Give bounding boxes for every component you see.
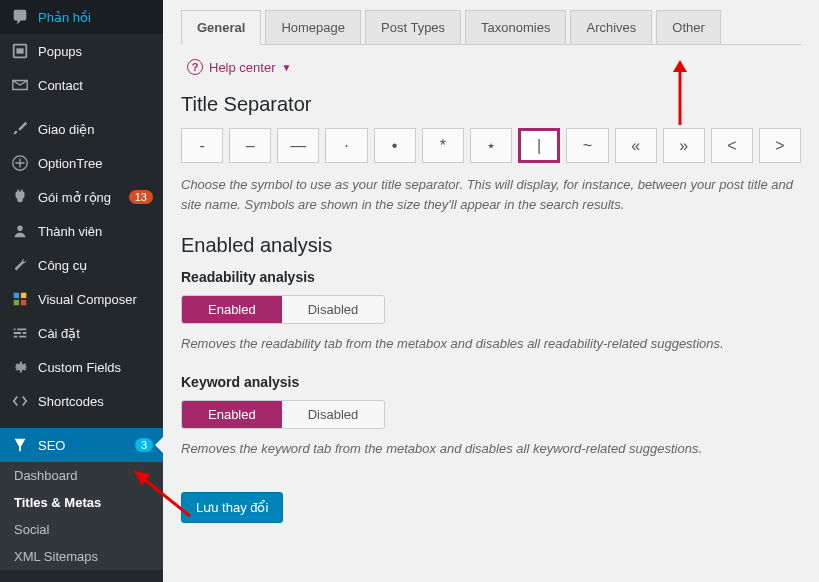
brush-icon <box>10 119 30 139</box>
readability-toggle: Enabled Disabled <box>181 295 385 324</box>
keyword-toggle: Enabled Disabled <box>181 400 385 429</box>
title-separator-heading: Title Separator <box>181 93 801 116</box>
keyword-desc: Removes the keyword tab from the metabox… <box>181 439 801 459</box>
main-content: General Homepage Post Types Taxonomies A… <box>163 0 819 582</box>
sep-dash[interactable]: - <box>181 128 223 163</box>
keyword-label: Keyword analysis <box>181 374 801 390</box>
sidebar-item-popups[interactable]: Popups <box>0 34 163 68</box>
popup-icon <box>10 41 30 61</box>
sidebar-item-custom-fields[interactable]: Custom Fields <box>0 350 163 384</box>
readability-disabled-button[interactable]: Disabled <box>282 296 385 323</box>
submenu-xml-sitemaps[interactable]: XML Sitemaps <box>0 543 163 570</box>
sidebar-item-seo[interactable]: SEO 3 <box>0 428 163 462</box>
sidebar-item-label: Visual Composer <box>38 292 153 307</box>
sidebar-item-label: Contact <box>38 78 153 93</box>
sidebar-item-contact[interactable]: Contact <box>0 68 163 102</box>
sidebar-item-shortcodes[interactable]: Shortcodes <box>0 384 163 418</box>
tab-homepage[interactable]: Homepage <box>265 10 361 44</box>
sep-gt[interactable]: > <box>759 128 801 163</box>
comment-icon <box>10 7 30 27</box>
sidebar-item-label: Gói mở rộng <box>38 190 125 205</box>
sep-middot[interactable]: · <box>325 128 367 163</box>
sep-asterisk[interactable]: * <box>422 128 464 163</box>
help-center-toggle[interactable]: ? Help center ▼ <box>187 59 801 75</box>
wrench-icon <box>10 255 30 275</box>
tab-other[interactable]: Other <box>656 10 721 44</box>
sep-ndash[interactable]: – <box>229 128 271 163</box>
sep-pipe[interactable]: | <box>518 128 560 163</box>
user-icon <box>10 221 30 241</box>
sidebar-item-feedback[interactable]: Phản hồi <box>0 0 163 34</box>
sep-raquo[interactable]: » <box>663 128 705 163</box>
sidebar-item-label: Giao diện <box>38 122 153 137</box>
keyword-enabled-button[interactable]: Enabled <box>182 401 282 428</box>
sidebar-item-label: Popups <box>38 44 153 59</box>
submenu-dashboard[interactable]: Dashboard <box>0 462 163 489</box>
svg-rect-5 <box>21 293 26 298</box>
keyword-disabled-button[interactable]: Disabled <box>282 401 385 428</box>
sidebar-item-users[interactable]: Thành viên <box>0 214 163 248</box>
submenu-titles-metas[interactable]: Titles & Metas <box>0 489 163 516</box>
submenu-social[interactable]: Social <box>0 516 163 543</box>
help-icon: ? <box>187 59 203 75</box>
code-icon <box>10 391 30 411</box>
readability-label: Readability analysis <box>181 269 801 285</box>
sep-bullet[interactable]: • <box>374 128 416 163</box>
tab-archives[interactable]: Archives <box>570 10 652 44</box>
sep-lt[interactable]: < <box>711 128 753 163</box>
sidebar-item-label: Thành viên <box>38 224 153 239</box>
seo-submenu: Dashboard Titles & Metas Social XML Site… <box>0 462 163 570</box>
svg-rect-6 <box>14 300 19 305</box>
yoast-icon <box>10 435 30 455</box>
readability-desc: Removes the readability tab from the met… <box>181 334 801 354</box>
tab-taxonomies[interactable]: Taxonomies <box>465 10 566 44</box>
sidebar-item-label: Công cụ <box>38 258 153 273</box>
sidebar-item-label: Custom Fields <box>38 360 153 375</box>
help-center-label: Help center <box>209 60 275 75</box>
sep-tilde[interactable]: ~ <box>566 128 608 163</box>
sidebar-item-appearance[interactable]: Giao diện <box>0 112 163 146</box>
sidebar-item-label: Phản hồi <box>38 10 153 25</box>
enabled-analysis-heading: Enabled analysis <box>181 234 801 257</box>
sidebar-item-settings[interactable]: Cài đặt <box>0 316 163 350</box>
sidebar-item-optiontree[interactable]: OptionTree <box>0 146 163 180</box>
sep-star[interactable]: ⋆ <box>470 128 512 163</box>
title-separator-desc: Choose the symbol to use as your title s… <box>181 175 801 214</box>
tab-general[interactable]: General <box>181 10 261 45</box>
sliders-icon <box>10 323 30 343</box>
tabs: General Homepage Post Types Taxonomies A… <box>181 10 801 45</box>
sidebar-item-label: Shortcodes <box>38 394 153 409</box>
tab-post-types[interactable]: Post Types <box>365 10 461 44</box>
readability-enabled-button[interactable]: Enabled <box>182 296 282 323</box>
sidebar-item-label: OptionTree <box>38 156 153 171</box>
sep-mdash[interactable]: — <box>277 128 319 163</box>
optiontree-icon <box>10 153 30 173</box>
gear-icon <box>10 357 30 377</box>
caret-down-icon: ▼ <box>281 62 291 73</box>
sep-laquo[interactable]: « <box>615 128 657 163</box>
separator-options: - – — · • * ⋆ | ~ « » < > <box>181 128 801 163</box>
plugin-count-badge: 13 <box>129 190 153 204</box>
vc-icon <box>10 289 30 309</box>
sidebar-item-visual-composer[interactable]: Visual Composer <box>0 282 163 316</box>
mail-icon <box>10 75 30 95</box>
svg-rect-4 <box>14 293 19 298</box>
svg-point-3 <box>17 226 22 231</box>
plugin-icon <box>10 187 30 207</box>
admin-sidebar: Phản hồi Popups Contact Giao diện Option… <box>0 0 163 582</box>
svg-rect-7 <box>21 300 26 305</box>
sidebar-item-label: SEO <box>38 438 131 453</box>
svg-rect-1 <box>16 48 23 53</box>
sidebar-item-label: Cài đặt <box>38 326 153 341</box>
seo-count-badge: 3 <box>135 438 153 452</box>
save-button[interactable]: Lưu thay đổi <box>181 492 283 523</box>
sidebar-item-plugins[interactable]: Gói mở rộng 13 <box>0 180 163 214</box>
sidebar-item-tools[interactable]: Công cụ <box>0 248 163 282</box>
